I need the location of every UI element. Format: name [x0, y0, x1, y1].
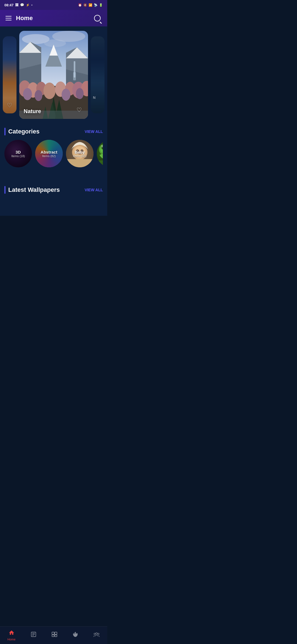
nature-card-label: Nature: [24, 108, 41, 114]
svg-point-24: [35, 90, 42, 101]
wifi-icon: 📶: [89, 3, 92, 7]
categories-title: Categories: [8, 128, 40, 135]
latest-title-wrapper: Latest Wallpapers: [4, 186, 60, 194]
carousel-card-nature[interactable]: Nature ♡: [19, 31, 88, 119]
categories-row: 3D Items (18) Abstract Items (82): [4, 140, 103, 170]
svg-point-3: [44, 39, 66, 47]
cat-count-baby: Items (60): [73, 154, 87, 158]
latest-view-all[interactable]: VIEW ALL: [85, 188, 103, 192]
cat-count-bird: Items: [98, 144, 103, 148]
cat-name-3d: 3D: [11, 150, 25, 154]
svg-rect-41: [66, 159, 94, 167]
photo-icon: 🖼: [15, 3, 18, 7]
latest-wallpapers-section: Latest Wallpapers VIEW ALL: [0, 183, 107, 195]
categories-view-all[interactable]: VIEW ALL: [85, 129, 103, 134]
latest-title: Latest Wallpapers: [8, 186, 60, 193]
left-heart-button[interactable]: ♡: [7, 102, 12, 109]
cat-text-bird: Bi Items: [97, 140, 103, 148]
cat-name-baby: Baby: [73, 150, 87, 154]
category-item-baby[interactable]: Baby Items (60): [66, 140, 94, 167]
signal-icon: 📡: [94, 3, 98, 7]
heart-icon-nature: ♡: [76, 107, 82, 114]
cat-name-abstract: Abstract: [41, 150, 57, 154]
svg-point-23: [23, 88, 32, 100]
mute-icon: 🔇: [83, 3, 87, 7]
cat-name-bird: Bi: [98, 140, 103, 144]
time-display: 08:47: [4, 3, 13, 7]
main-content: ♡: [0, 26, 107, 216]
categories-section: Categories VIEW ALL 3D Items (18) Abstra…: [0, 123, 107, 172]
spacer: [0, 172, 107, 183]
heart-icon-left: ♡: [7, 102, 12, 109]
cat-text-abstract: Abstract Items (82): [41, 150, 57, 158]
category-item-3d[interactable]: 3D Items (18): [4, 140, 32, 167]
cat-text-baby: Baby Items (60): [73, 150, 87, 158]
svg-point-25: [62, 89, 70, 101]
search-button[interactable]: [93, 14, 102, 23]
status-right-icons: ⏰ 🔇 📶 📡 🔋: [78, 3, 103, 7]
wallpaper-carousel: ♡: [0, 26, 107, 123]
cat-count-3d: Items (18): [11, 154, 25, 158]
status-time: 08:47 🖼 💬 ⚡ •: [4, 3, 32, 7]
page-title: Home: [16, 15, 33, 22]
bluetooth-icon: ⚡: [26, 3, 30, 7]
nature-heart-button[interactable]: ♡: [75, 106, 84, 114]
menu-button[interactable]: [6, 16, 12, 20]
right-card-label: N: [93, 95, 95, 100]
cat-count-abstract: Items (82): [41, 154, 57, 158]
categories-title-wrapper: Categories: [4, 128, 40, 135]
latest-header: Latest Wallpapers VIEW ALL: [4, 186, 103, 194]
category-item-abstract[interactable]: Abstract Items (82): [35, 140, 63, 167]
ocean-bg: [91, 36, 105, 113]
category-item-bird[interactable]: Bi Items: [97, 140, 103, 167]
svg-point-26: [76, 88, 84, 99]
svg-rect-47: [97, 160, 103, 167]
section-indicator: [4, 128, 6, 135]
search-icon: [94, 15, 101, 21]
app-header: Home: [0, 10, 107, 26]
cat-text-3d: 3D Items (18): [11, 150, 25, 158]
battery-icon: 🔋: [99, 3, 103, 7]
carousel-card-left[interactable]: ♡: [3, 36, 16, 113]
latest-indicator: [4, 186, 6, 194]
svg-point-18: [43, 83, 56, 99]
svg-rect-13: [73, 72, 76, 80]
carousel-card-right[interactable]: N: [91, 36, 105, 113]
dot-indicator: •: [31, 4, 32, 7]
alarm-icon: ⏰: [78, 3, 82, 7]
status-bar: 08:47 🖼 💬 ⚡ • ⏰ 🔇 📶 📡 🔋: [0, 0, 107, 10]
categories-header: Categories VIEW ALL: [4, 128, 103, 135]
header-left: Home: [6, 15, 33, 22]
whatsapp-icon: 💬: [20, 3, 24, 7]
carousel-wrapper: ♡: [0, 31, 107, 119]
